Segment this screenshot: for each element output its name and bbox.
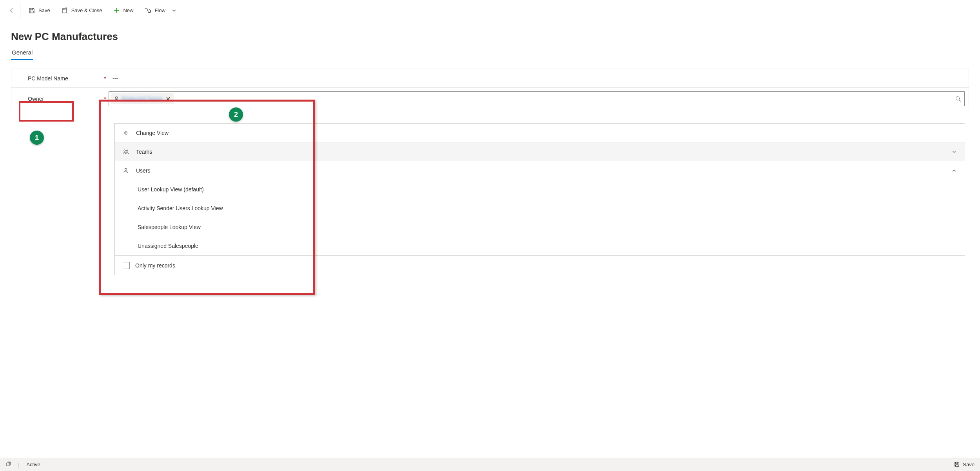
- required-marker: *: [102, 96, 109, 102]
- only-my-records-checkbox[interactable]: [123, 262, 130, 269]
- value-pc-model[interactable]: ---: [109, 75, 969, 82]
- svg-point-2: [124, 150, 125, 151]
- annotation-badge-1: 1: [30, 131, 44, 145]
- form-tabs: General: [0, 47, 980, 60]
- only-my-records-row[interactable]: Only my records: [115, 255, 965, 275]
- back-button[interactable]: [3, 2, 20, 19]
- user-view-option[interactable]: User Lookup View (default): [115, 180, 965, 199]
- save-icon: [28, 7, 35, 14]
- row-pc-model: PC Model Name * ---: [11, 69, 969, 88]
- save-icon: [954, 462, 960, 467]
- back-arrow-icon: [123, 130, 129, 136]
- user-view-option[interactable]: Salespeople Lookup View: [115, 218, 965, 236]
- chevron-up-icon: [951, 168, 957, 173]
- popout-icon: [5, 462, 11, 467]
- teams-category[interactable]: Teams: [115, 142, 965, 161]
- flow-icon: [144, 7, 151, 14]
- user-view-option[interactable]: Unassigned Salespeople: [115, 236, 965, 255]
- users-label: Users: [136, 167, 151, 174]
- user-view-label: Unassigned Salespeople: [138, 243, 198, 249]
- save-close-icon: [61, 7, 68, 14]
- owner-chip-text: Redacted Name: [122, 96, 163, 102]
- new-button[interactable]: New: [107, 2, 139, 19]
- label-pc-model: PC Model Name: [11, 75, 102, 82]
- separator: |: [47, 462, 49, 467]
- teams-label: Teams: [136, 149, 152, 155]
- owner-lookup-dropdown: Change View Teams Users User Lookup View…: [114, 123, 965, 275]
- save-close-label: Save & Close: [71, 7, 102, 13]
- user-view-label: Activity Sender Users Lookup View: [138, 205, 223, 211]
- command-bar: Save Save & Close New Flow: [0, 0, 980, 21]
- owner-chip[interactable]: Redacted Name: [111, 93, 174, 104]
- plus-icon: [113, 7, 120, 14]
- owner-lookup-input[interactable]: Redacted Name: [109, 91, 965, 106]
- label-owner: Owner: [11, 96, 102, 102]
- only-my-records-label: Only my records: [135, 262, 175, 269]
- chevron-down-icon: [951, 149, 957, 155]
- user-view-label: Salespeople Lookup View: [138, 224, 201, 230]
- status-bar: | Active | Save: [0, 458, 980, 471]
- back-arrow-icon: [9, 7, 15, 14]
- pc-model-value: ---: [109, 75, 118, 82]
- page-title: New PC Manufactures: [0, 21, 980, 47]
- statusbar-save-label: Save: [963, 462, 975, 467]
- lookup-search-button[interactable]: [955, 96, 961, 102]
- required-marker: *: [102, 75, 109, 82]
- change-view-row[interactable]: Change View: [115, 124, 965, 142]
- team-icon: [123, 149, 129, 155]
- user-view-option[interactable]: Activity Sender Users Lookup View: [115, 199, 965, 218]
- statusbar-save-button[interactable]: Save: [954, 462, 975, 467]
- record-status: Active: [26, 462, 40, 467]
- chevron-down-icon: [172, 8, 176, 13]
- row-owner: Owner * Redacted Name: [11, 88, 969, 110]
- change-view-label: Change View: [136, 130, 169, 136]
- tab-general[interactable]: General: [11, 47, 33, 60]
- svg-point-3: [126, 150, 128, 151]
- svg-point-0: [115, 97, 117, 99]
- new-label: New: [123, 7, 133, 13]
- save-label: Save: [38, 7, 50, 13]
- svg-point-4: [125, 168, 127, 170]
- statusbar-right: Save: [954, 462, 975, 467]
- user-view-label: User Lookup View (default): [138, 186, 204, 193]
- annotation-badge-2: 2: [229, 107, 243, 122]
- flow-label: Flow: [154, 7, 165, 13]
- person-icon: [123, 167, 129, 174]
- save-close-button[interactable]: Save & Close: [56, 2, 108, 19]
- close-icon: [166, 96, 171, 101]
- save-button[interactable]: Save: [23, 2, 56, 19]
- value-owner: Redacted Name: [109, 91, 969, 106]
- open-in-new-window[interactable]: [5, 462, 11, 467]
- form-section: PC Model Name * --- Owner * Redacted Nam…: [11, 69, 969, 110]
- flow-button[interactable]: Flow: [139, 2, 181, 19]
- users-category[interactable]: Users: [115, 161, 965, 180]
- person-icon: [114, 96, 119, 102]
- chip-remove[interactable]: [165, 96, 171, 101]
- separator: |: [18, 462, 19, 467]
- svg-point-1: [956, 97, 960, 100]
- search-icon: [955, 96, 961, 102]
